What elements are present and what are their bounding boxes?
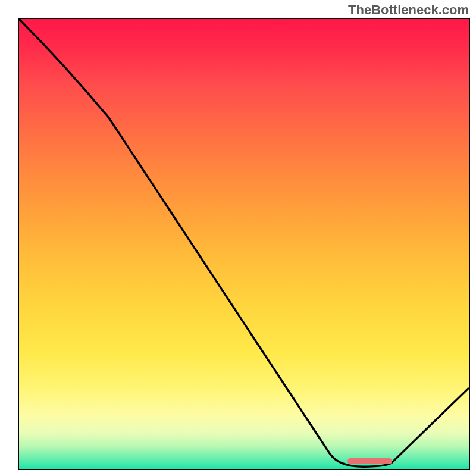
plot-area <box>18 18 470 470</box>
chart-container: TheBottleneck.com <box>0 0 476 476</box>
watermark-text: TheBottleneck.com <box>348 2 469 18</box>
curve-path <box>19 19 469 466</box>
curve-svg <box>19 19 469 469</box>
optimum-marker <box>347 458 393 464</box>
